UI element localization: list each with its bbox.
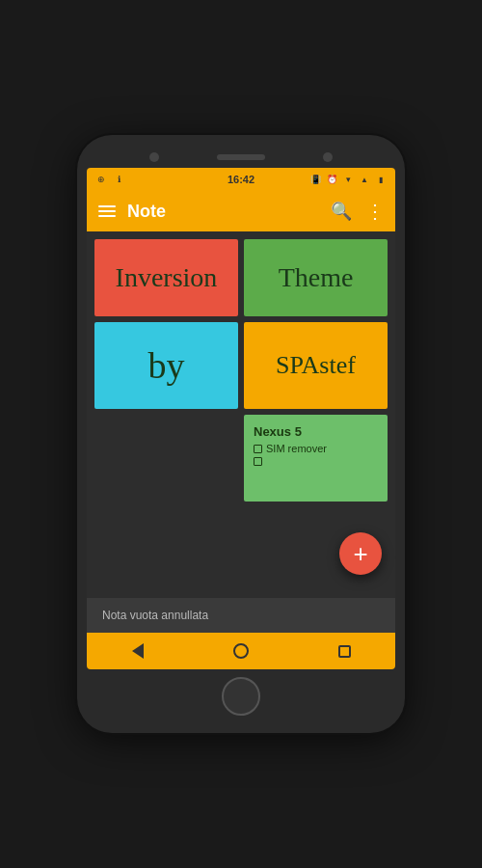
note-title-nexus: Nexus 5 [254, 424, 302, 439]
checkbox-1[interactable] [254, 445, 262, 453]
vibrate-icon: 📳 [308, 173, 322, 186]
snackbar-text: Nota vuota annullata [102, 609, 208, 622]
phone-bottom [87, 677, 395, 716]
front-sensor [323, 152, 333, 162]
notification-icon-1: ⊕ [94, 173, 108, 186]
home-icon [233, 643, 249, 659]
notes-area: Inversion Theme by SPAstef Nexus 5 [87, 231, 395, 550]
recents-button[interactable] [338, 645, 351, 658]
more-options-button[interactable]: ⋮ [365, 200, 384, 223]
wifi-icon: ▲ [358, 173, 371, 186]
note-checklist-nexus: SIM remover [254, 443, 327, 466]
note-card-empty [94, 415, 238, 502]
note-text-by: by [148, 344, 185, 387]
checkbox-2[interactable] [254, 457, 262, 466]
phone-screen: ⊕ ℹ 16:42 📳 ⏰ ▾ ▲ ▮ Note 🔍 ⋮ [87, 168, 395, 669]
status-left-icons: ⊕ ℹ [94, 173, 125, 186]
notification-icon-2: ℹ [112, 173, 125, 186]
back-button[interactable] [132, 643, 144, 659]
app-title: Note [127, 202, 319, 222]
back-icon [132, 643, 144, 659]
fab-area: + [87, 550, 395, 598]
status-time: 16:42 [228, 174, 254, 185]
status-bar: ⊕ ℹ 16:42 📳 ⏰ ▾ ▲ ▮ [87, 168, 395, 191]
note-card-nexus[interactable]: Nexus 5 SIM remover [244, 415, 388, 502]
note-card-spastef[interactable]: SPAstef [244, 322, 388, 409]
app-bar-actions: 🔍 ⋮ [331, 200, 384, 223]
note-card-inversion[interactable]: Inversion [94, 239, 238, 316]
alarm-icon: ⏰ [325, 173, 338, 186]
note-text-inversion: Inversion [116, 262, 218, 293]
home-button[interactable] [233, 643, 249, 659]
battery-icon: ▮ [374, 173, 388, 186]
signal-icon: ▾ [341, 173, 355, 186]
checklist-label-1: SIM remover [266, 443, 327, 454]
note-card-by[interactable]: by [94, 322, 238, 409]
note-card-theme[interactable]: Theme [244, 239, 388, 316]
snackbar: Nota vuota annullata [87, 598, 395, 633]
search-button[interactable]: 🔍 [331, 201, 352, 222]
menu-button[interactable] [98, 205, 116, 217]
status-right-icons: 📳 ⏰ ▾ ▲ ▮ [308, 173, 388, 186]
nav-bar [87, 633, 395, 669]
recents-icon [338, 645, 351, 658]
phone-shell: ⊕ ℹ 16:42 📳 ⏰ ▾ ▲ ▮ Note 🔍 ⋮ [77, 135, 405, 733]
checklist-item-1[interactable]: SIM remover [254, 443, 327, 454]
front-camera [149, 152, 159, 162]
note-text-spastef: SPAstef [276, 351, 356, 380]
app-bar: Note 🔍 ⋮ [87, 191, 395, 231]
add-note-fab[interactable]: + [339, 532, 382, 575]
earpiece-speaker [217, 154, 265, 160]
phone-top [87, 152, 395, 162]
note-text-theme: Theme [279, 262, 354, 293]
notes-grid: Inversion Theme by SPAstef Nexus 5 [94, 239, 388, 502]
physical-home-button[interactable] [222, 677, 260, 716]
checklist-item-2[interactable] [254, 457, 327, 466]
